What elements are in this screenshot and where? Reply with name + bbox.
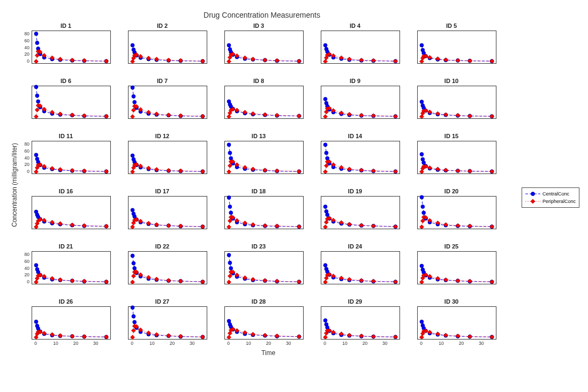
svg-point-101	[35, 94, 39, 97]
chart-title: Drug Concentration Measurements	[11, 11, 577, 19]
subplot-grid: ID 1020406080 ID 2 ID 3 ID 4 ID 5 ID 6	[20, 22, 497, 347]
svg-point-220	[131, 154, 134, 157]
subplot-title: ID 2	[157, 22, 168, 29]
subplot-panel: 0102030	[309, 305, 401, 347]
subplot-panel: 020406080	[20, 29, 112, 71]
subplot-13: ID 13	[213, 133, 305, 182]
svg-point-441	[228, 261, 232, 265]
svg-marker-410	[34, 280, 38, 284]
svg-marker-539	[201, 335, 205, 339]
subplot-30: ID 30 0102030	[405, 298, 497, 347]
svg-point-40	[227, 43, 231, 47]
plot-area	[224, 141, 304, 174]
svg-point-280	[420, 153, 424, 156]
subplot-panel: 0102030	[116, 305, 208, 347]
svg-point-60	[323, 43, 327, 47]
plot-area	[321, 306, 400, 340]
subplot-title: ID 22	[155, 243, 169, 250]
subplot-title: ID 4	[350, 22, 360, 29]
figure: Drug Concentration Measurements Concentr…	[11, 11, 577, 357]
subplot-title: ID 5	[446, 22, 457, 29]
subplot-title: ID 25	[444, 243, 458, 250]
legend-label-central: CentralConc	[542, 191, 569, 197]
plot-area	[128, 31, 207, 64]
subplot-14: ID 14	[309, 133, 401, 182]
subplot-panel	[213, 29, 305, 71]
svg-marker-450	[227, 280, 231, 284]
subplot-26: ID 26 0102030	[20, 298, 112, 347]
svg-marker-359	[297, 224, 301, 229]
subplot-panel	[116, 140, 208, 182]
svg-marker-159	[297, 114, 301, 118]
svg-marker-370	[323, 225, 327, 229]
svg-point-580	[420, 320, 424, 323]
svg-point-382	[422, 211, 426, 215]
subplot-title: ID 15	[444, 133, 458, 139]
svg-point-521	[132, 314, 135, 318]
svg-point-1	[35, 41, 39, 45]
subplot-panel	[405, 195, 497, 237]
svg-point-121	[132, 94, 135, 98]
subplot-title: ID 26	[59, 298, 73, 305]
plot-area	[417, 31, 496, 64]
plot-area	[32, 251, 111, 284]
svg-point-540	[227, 319, 231, 323]
svg-marker-438	[178, 279, 183, 283]
plot-area	[32, 306, 111, 340]
svg-marker-130	[130, 115, 134, 119]
svg-marker-499	[490, 280, 494, 284]
svg-marker-519	[104, 335, 109, 339]
svg-point-362	[326, 213, 329, 217]
subplot-7: ID 7	[116, 78, 208, 126]
subplot-panel: 020406080	[20, 140, 112, 182]
svg-marker-239	[201, 169, 205, 174]
subplot-27: ID 27 0102030	[116, 298, 208, 347]
subplot-panel	[116, 195, 208, 237]
svg-point-102	[36, 100, 40, 103]
svg-marker-39	[201, 59, 205, 63]
legend-item-peripheral: PeripheralConc	[525, 198, 576, 205]
svg-marker-219	[104, 169, 109, 174]
plot-area	[32, 196, 111, 229]
svg-marker-337	[167, 223, 171, 228]
svg-marker-578	[371, 335, 375, 339]
subplot-title: ID 9	[350, 78, 360, 84]
subplot-2: ID 2	[116, 22, 208, 71]
subplot-panel: 0102030	[20, 305, 112, 347]
svg-point-100	[34, 85, 38, 89]
subplot-panel	[116, 250, 208, 292]
subplot-11: ID 11020406080	[20, 133, 112, 182]
subplot-panel: 020406080	[20, 250, 112, 292]
svg-point-421	[132, 261, 135, 265]
subplot-panel	[213, 195, 305, 237]
plot-area	[224, 196, 304, 229]
svg-point-480	[420, 264, 424, 268]
svg-point-440	[227, 253, 231, 257]
svg-marker-19	[104, 59, 109, 63]
subplot-18: ID 18	[213, 188, 305, 237]
svg-point-380	[420, 195, 424, 199]
x-ticks: 0102030	[128, 341, 207, 347]
svg-point-460	[323, 263, 327, 267]
svg-marker-517	[70, 334, 74, 338]
svg-marker-590	[419, 335, 424, 340]
plot-area	[321, 86, 400, 119]
plot-area	[321, 196, 400, 229]
svg-marker-459	[297, 280, 301, 284]
svg-marker-550	[227, 335, 231, 340]
svg-marker-417	[70, 278, 74, 283]
svg-point-520	[131, 306, 134, 310]
svg-point-560	[323, 319, 327, 322]
svg-marker-250	[227, 170, 231, 174]
svg-marker-570	[323, 335, 327, 340]
subplot-panel: 0102030	[213, 305, 305, 347]
svg-marker-139	[201, 114, 205, 118]
subplot-title: ID 28	[252, 298, 266, 305]
svg-point-601	[531, 192, 534, 196]
svg-point-261	[325, 151, 328, 155]
subplot-3: ID 3	[213, 22, 305, 71]
subplot-title: ID 11	[59, 133, 73, 139]
subplot-22: ID 22	[116, 243, 208, 292]
y-ticks: 020406080	[20, 141, 31, 174]
svg-marker-210	[34, 170, 38, 174]
